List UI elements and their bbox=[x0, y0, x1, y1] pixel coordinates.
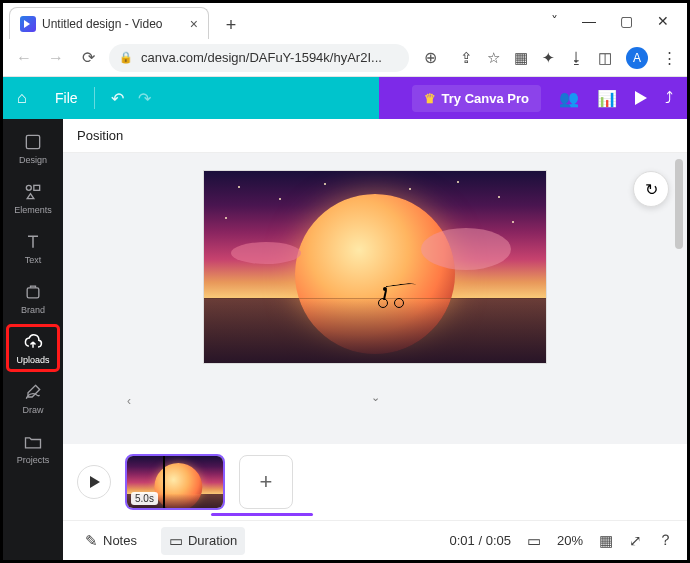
star-icon[interactable]: ☆ bbox=[487, 49, 500, 67]
window-controls: ˅ — ▢ ✕ bbox=[551, 3, 687, 39]
home-icon[interactable]: ⌂ bbox=[17, 89, 41, 107]
try-pro-label: Try Canva Pro bbox=[442, 91, 529, 106]
download-icon[interactable]: ⭳ bbox=[569, 49, 584, 66]
sidebar-item-uploads[interactable]: Uploads bbox=[7, 325, 59, 371]
analytics-icon[interactable]: 📊 bbox=[597, 89, 617, 108]
notes-icon: ✎ bbox=[85, 532, 98, 550]
svg-point-1 bbox=[26, 185, 31, 190]
collapse-timeline-icon[interactable]: ⌄ bbox=[371, 391, 380, 404]
tab-title: Untitled design - Video bbox=[42, 17, 184, 31]
back-button[interactable]: ← bbox=[13, 49, 35, 67]
notes-label: Notes bbox=[103, 533, 137, 548]
playhead[interactable] bbox=[163, 454, 165, 510]
context-toolbar: Position bbox=[63, 119, 687, 153]
browser-titlebar: Untitled design - Video × + ˅ — ▢ ✕ bbox=[3, 3, 687, 39]
sidebar-item-text[interactable]: Text bbox=[7, 225, 59, 271]
sidebar-label: Design bbox=[19, 155, 47, 165]
sidebar-label: Draw bbox=[22, 405, 43, 415]
browser-toolbar: ← → ⟳ 🔒 canva.com/design/DAFuY-1594k/hyA… bbox=[3, 39, 687, 77]
position-button[interactable]: Position bbox=[77, 128, 123, 143]
timeline: 5.0s + bbox=[63, 444, 687, 520]
bottom-bar: ✎ Notes ▭ Duration 0:01 / 0:05 ▭ 20% ▦ ⤢… bbox=[63, 520, 687, 560]
duration-label: Duration bbox=[188, 533, 237, 548]
sidepanel-icon[interactable]: ◫ bbox=[598, 49, 612, 67]
svg-rect-0 bbox=[26, 135, 39, 148]
sidebar-label: Text bbox=[25, 255, 42, 265]
sidebar-item-design[interactable]: Design bbox=[7, 125, 59, 171]
fullscreen-icon[interactable]: ⤢ bbox=[629, 532, 642, 550]
collapse-panel-icon[interactable]: ‹ bbox=[123, 392, 135, 410]
divider bbox=[94, 87, 95, 109]
chevron-down-icon[interactable]: ˅ bbox=[551, 13, 558, 29]
forward-button[interactable]: → bbox=[45, 49, 67, 67]
zoom-level[interactable]: 20% bbox=[557, 533, 583, 548]
sidebar-label: Projects bbox=[17, 455, 50, 465]
app-header: ⌂ File ↶ ↷ ♛ Try Canva Pro 👥 📊 ⤴ bbox=[3, 77, 687, 119]
sidebar-item-draw[interactable]: Draw bbox=[7, 375, 59, 421]
notes-button[interactable]: ✎ Notes bbox=[77, 527, 145, 555]
design-canvas[interactable] bbox=[204, 171, 546, 363]
sidebar-label: Uploads bbox=[16, 355, 49, 365]
close-window-icon[interactable]: ✕ bbox=[657, 13, 669, 29]
collaborators-icon[interactable]: 👥 bbox=[559, 89, 579, 108]
help-icon[interactable]: ？ bbox=[658, 531, 673, 550]
grid-view-icon[interactable]: ▦ bbox=[599, 532, 613, 550]
reload-button[interactable]: ⟳ bbox=[77, 48, 99, 67]
uploads-icon bbox=[23, 332, 43, 352]
sidebar-item-projects[interactable]: Projects bbox=[7, 425, 59, 471]
canvas-area[interactable]: ↻ ⌄ bbox=[63, 153, 687, 444]
left-sidebar: Design Elements Text Brand Uploads Draw bbox=[3, 119, 63, 560]
crown-icon: ♛ bbox=[424, 91, 436, 106]
extensions-icon[interactable]: ✦ bbox=[542, 49, 555, 67]
share-icon[interactable]: ⇪ bbox=[460, 49, 473, 67]
undo-button[interactable]: ↶ bbox=[111, 89, 124, 108]
file-menu[interactable]: File bbox=[55, 90, 78, 106]
sidebar-label: Brand bbox=[21, 305, 45, 315]
sidebar-item-elements[interactable]: Elements bbox=[7, 175, 59, 221]
address-bar[interactable]: 🔒 canva.com/design/DAFuY-1594k/hyAr2I... bbox=[109, 44, 409, 72]
new-tab-button[interactable]: + bbox=[217, 11, 245, 39]
translate-icon[interactable]: ▦ bbox=[514, 49, 528, 67]
zoom-icon[interactable]: ⊕ bbox=[419, 48, 441, 67]
svg-rect-3 bbox=[27, 287, 39, 297]
vertical-scrollbar[interactable] bbox=[671, 153, 685, 444]
animate-button[interactable]: ↻ bbox=[633, 171, 669, 207]
sidebar-label: Elements bbox=[14, 205, 52, 215]
maximize-icon[interactable]: ▢ bbox=[620, 13, 633, 29]
add-page-button[interactable]: + bbox=[239, 455, 293, 509]
design-icon bbox=[23, 132, 43, 152]
svg-rect-2 bbox=[34, 185, 40, 190]
time-display: 0:01 / 0:05 bbox=[450, 533, 511, 548]
canvas-image bbox=[204, 171, 546, 363]
duration-icon: ▭ bbox=[169, 532, 183, 550]
timeline-play-button[interactable] bbox=[77, 465, 111, 499]
brand-icon bbox=[23, 282, 43, 302]
duration-button[interactable]: ▭ Duration bbox=[161, 527, 245, 555]
minimize-icon[interactable]: — bbox=[582, 13, 596, 29]
browser-tab[interactable]: Untitled design - Video × bbox=[9, 7, 209, 39]
timeline-clip[interactable]: 5.0s bbox=[125, 454, 225, 510]
draw-icon bbox=[23, 382, 43, 402]
share-button[interactable]: ⤴ bbox=[665, 89, 673, 107]
text-icon bbox=[23, 232, 43, 252]
pages-view-icon[interactable]: ▭ bbox=[527, 532, 541, 550]
redo-button[interactable]: ↷ bbox=[138, 89, 151, 108]
clip-duration: 5.0s bbox=[131, 492, 158, 505]
present-button[interactable] bbox=[635, 91, 647, 105]
lock-icon: 🔒 bbox=[119, 51, 133, 64]
kebab-menu-icon[interactable]: ⋮ bbox=[662, 49, 677, 67]
url-text: canva.com/design/DAFuY-1594k/hyAr2I... bbox=[141, 50, 382, 65]
profile-avatar[interactable]: A bbox=[626, 47, 648, 69]
elements-icon bbox=[23, 182, 43, 202]
sidebar-item-brand[interactable]: Brand bbox=[7, 275, 59, 321]
projects-icon bbox=[23, 432, 43, 452]
close-tab-icon[interactable]: × bbox=[190, 16, 198, 32]
main-area: Position ↻ ⌄ bbox=[63, 119, 687, 560]
try-canva-pro-button[interactable]: ♛ Try Canva Pro bbox=[412, 85, 541, 112]
canva-favicon bbox=[20, 16, 36, 32]
